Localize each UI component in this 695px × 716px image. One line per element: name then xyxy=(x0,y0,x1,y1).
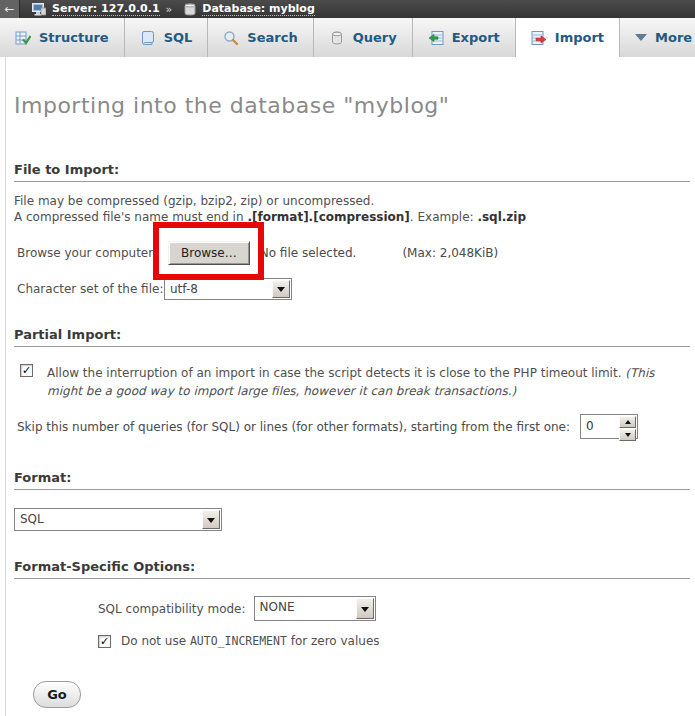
compression-info: File may be compressed (gzip, bzip2, zip… xyxy=(14,193,690,225)
structure-icon xyxy=(15,30,31,46)
auto-increment-checkbox[interactable]: ✓ xyxy=(98,635,111,648)
section-heading-format-specific-options: Format-Specific Options: xyxy=(14,559,690,579)
max-upload-size: (Max: 2,048KiB) xyxy=(402,246,498,260)
go-button[interactable]: Go xyxy=(33,681,81,708)
back-arrow-button[interactable]: ← xyxy=(0,0,20,18)
query-icon xyxy=(329,30,345,46)
auto-increment-label: Do not use AUTO_INCREMENT for zero value… xyxy=(121,634,380,648)
breadcrumb-database-link[interactable]: Database: myblog xyxy=(202,2,314,16)
import-icon xyxy=(531,30,547,46)
browse-row: Browse your computer: Browse… No file se… xyxy=(14,241,690,265)
sql-icon xyxy=(140,30,156,46)
dropdown-arrow-icon[interactable] xyxy=(272,280,290,298)
tab-label: More xyxy=(655,30,692,45)
interrupt-option-label: Allow the interruption of an import in c… xyxy=(47,364,690,400)
export-icon xyxy=(428,30,444,46)
server-icon xyxy=(32,3,46,16)
breadcrumb-server-link[interactable]: Server: 127.0.0.1 xyxy=(52,2,160,16)
breadcrumb: ← Server: 127.0.0.1 » Database: myblog xyxy=(0,0,695,18)
compression-line2: A compressed file's name must end in .[f… xyxy=(14,209,690,225)
section-heading-file-to-import: File to Import: xyxy=(14,162,690,182)
dropdown-arrow-icon[interactable] xyxy=(356,598,374,619)
no-file-selected-text: No file selected. xyxy=(260,246,357,260)
sql-compatibility-select[interactable]: NONE xyxy=(254,596,376,621)
breadcrumb-separator: » xyxy=(166,3,173,16)
skip-queries-row: Skip this number of queries (for SQL) or… xyxy=(14,414,690,439)
interrupt-option-row: ✓ Allow the interruption of an import in… xyxy=(20,364,690,400)
tab-label: Import xyxy=(555,30,604,45)
search-icon xyxy=(223,30,239,46)
charset-label: Character set of the file: xyxy=(14,282,164,296)
stepper-up-icon[interactable] xyxy=(619,416,636,428)
tab-structure[interactable]: Structure xyxy=(0,18,125,57)
auto-increment-row: ✓ Do not use AUTO_INCREMENT for zero val… xyxy=(98,634,690,648)
browse-button[interactable]: Browse… xyxy=(168,241,250,265)
tab-search[interactable]: Search xyxy=(208,18,313,57)
tab-query[interactable]: Query xyxy=(314,18,413,57)
interrupt-checkbox[interactable]: ✓ xyxy=(20,364,33,377)
sql-compatibility-label: SQL compatibility mode: xyxy=(98,602,246,616)
stepper-down-icon[interactable] xyxy=(619,429,636,441)
browse-label: Browse your computer: xyxy=(14,246,164,260)
tab-bar: Structure SQL Search Query xyxy=(0,18,695,57)
tab-label: Export xyxy=(452,30,500,45)
sql-compatibility-value: NONE xyxy=(255,597,355,620)
format-select-row: SQL xyxy=(14,508,690,531)
tab-label: Structure xyxy=(39,30,109,45)
charset-selected-value: utf-8 xyxy=(165,279,271,299)
database-icon xyxy=(184,3,196,16)
sql-compatibility-row: SQL compatibility mode: NONE xyxy=(98,596,690,621)
tab-more[interactable]: More xyxy=(620,18,695,57)
skip-queries-label: Skip this number of queries (for SQL) or… xyxy=(17,420,570,434)
skip-queries-value: 0 xyxy=(581,415,618,438)
compression-line1: File may be compressed (gzip, bzip2, zip… xyxy=(14,193,690,209)
tab-export[interactable]: Export xyxy=(413,18,516,57)
dropdown-arrow-icon[interactable] xyxy=(202,510,220,529)
charset-select[interactable]: utf-8 xyxy=(164,278,292,300)
tab-label: Search xyxy=(247,30,297,45)
chevron-down-icon xyxy=(635,34,647,41)
tab-sql[interactable]: SQL xyxy=(125,18,209,57)
charset-row: Character set of the file: utf-8 xyxy=(14,278,690,300)
format-select[interactable]: SQL xyxy=(14,508,222,531)
section-heading-partial-import: Partial Import: xyxy=(14,327,690,347)
page-title: Importing into the database "myblog" xyxy=(14,57,690,118)
tab-import[interactable]: Import xyxy=(516,18,620,57)
skip-queries-stepper[interactable]: 0 xyxy=(580,414,638,439)
main-content: Importing into the database "myblog" Fil… xyxy=(5,57,695,716)
section-heading-format: Format: xyxy=(14,470,690,490)
tab-label: SQL xyxy=(164,30,193,45)
tab-label: Query xyxy=(353,30,397,45)
format-selected-value: SQL xyxy=(15,509,201,530)
